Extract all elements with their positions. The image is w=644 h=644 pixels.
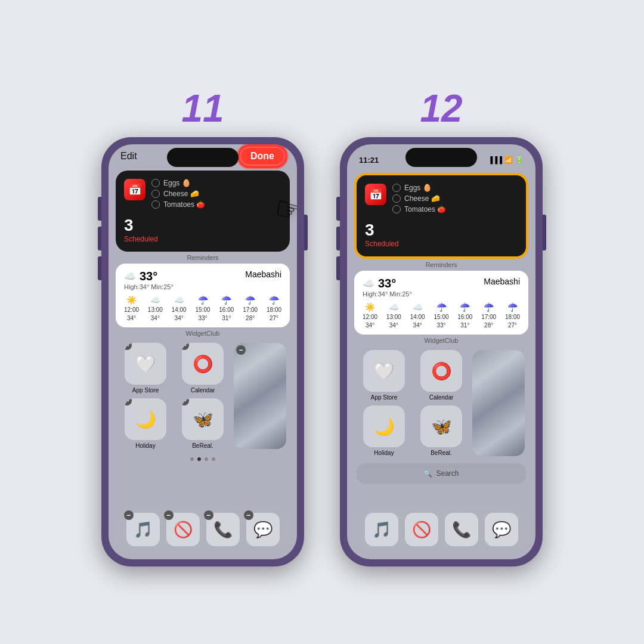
weather-hours-12: ☀️12:0034° ☁️13:0034° ☁️14:0034° ☂️15:00… — [363, 302, 520, 329]
minus-badge: − — [125, 343, 132, 350]
bereal-12[interactable]: 🦋 BeReal. — [415, 405, 467, 456]
weather-widget-12: ☁️ 33° High:34° Min:25° Maebashi ☀️12:00… — [354, 271, 528, 335]
bereal-label: BeReal. — [192, 442, 213, 449]
weather-temp-12: 33° — [378, 277, 396, 290]
phone-12-inner: 11:21 ▐▐▐ 📶 🔋 📅 — [347, 144, 535, 559]
weather-city-11: Maebashi — [245, 270, 281, 279]
dynamic-island-12 — [405, 148, 477, 167]
calendar-12[interactable]: ⭕ Calendar — [415, 350, 467, 401]
reminders-label-12: Reminders — [347, 261, 535, 268]
weather-detail-12: High:34° Min:25° — [363, 290, 412, 298]
app-store-label: App Store — [132, 387, 159, 394]
widgetclub-label-12: WidgetClub — [347, 337, 535, 344]
search-bar-12[interactable]: 🔍 Search — [357, 463, 526, 484]
dot — [190, 457, 194, 461]
dock-phone-11[interactable]: − 📞 — [206, 513, 240, 546]
reminder-item-cheese: Cheese 🧀 — [151, 190, 281, 198]
status-bar-12: 11:21 ▐▐▐ 📶 🔋 — [347, 144, 535, 171]
calendar-label-12: Calendar — [429, 394, 454, 401]
reminders-label-11: Reminders — [109, 254, 297, 261]
dock-messages-11[interactable]: − 💬 — [246, 513, 280, 546]
reminders-icon-12: 📅 — [365, 184, 386, 205]
app-store-label-12: App Store — [371, 394, 397, 401]
minus-badge: − — [244, 510, 253, 520]
dock-phone-12[interactable]: 📞 — [445, 513, 478, 546]
app-grid-12: 🤍 App Store ⭕ Calendar 🌙 Holiday 🦋 B — [347, 346, 535, 460]
done-button[interactable]: Done — [240, 147, 285, 166]
search-label-12: Search — [436, 469, 459, 478]
weather-temp-11: 33° — [140, 270, 157, 283]
phone-11-inner: Edit Done 📅 Eggs 🥚 — [109, 144, 297, 559]
reminder-item-tomatoes: Tomatoes 🍅 — [151, 200, 281, 209]
dock-12: 🎵 🚫 📞 💬 — [354, 506, 528, 553]
minus-badge: − — [164, 510, 174, 520]
reminder-item-eggs-12: Eggs 🥚 — [392, 184, 518, 192]
reminder-circle — [151, 200, 160, 209]
marble-widget-12 — [472, 350, 525, 456]
widgetclub-label-11: WidgetClub — [109, 330, 297, 337]
phone-11: Edit Done 📅 Eggs 🥚 — [101, 137, 304, 566]
reminders-scheduled-12: Scheduled — [365, 240, 518, 248]
signal-icon: ▐▐▐ — [488, 156, 502, 163]
reminders-count-12: 3 — [365, 221, 518, 240]
holiday-label-12: Holiday — [374, 450, 394, 456]
dock-music-12[interactable]: 🎵 — [365, 513, 398, 546]
reminder-circle — [392, 184, 401, 192]
weather-detail-11: High:34° Min:25° — [124, 283, 174, 290]
weather-city-12: Maebashi — [484, 277, 520, 286]
step-12: 12 11:21 ▐▐▐ 📶 🔋 📅 — [340, 89, 543, 566]
search-icon-12: 🔍 — [423, 469, 432, 478]
main-container: 11 Edit Done 📅 Eggs 🥚 — [101, 78, 543, 566]
dot — [205, 457, 208, 461]
dock-clock-12[interactable]: 🚫 — [405, 513, 438, 546]
reminder-item-tomatoes-12: Tomatoes 🍅 — [392, 205, 518, 213]
app-store-11[interactable]: − 🤍 App Store — [119, 343, 172, 394]
step-11: 11 Edit Done 📅 Eggs 🥚 — [101, 89, 304, 566]
minus-badge: − — [125, 398, 132, 405]
app-store-12[interactable]: 🤍 App Store — [358, 350, 410, 401]
dock-music-11[interactable]: − 🎵 — [126, 513, 160, 546]
marble-widget-11: − — [234, 343, 286, 449]
weather-hours-11: ☀️12:0034° ☁️13:0034° ☁️14:0034° ☂️15:00… — [124, 295, 281, 321]
reminders-list-12: Eggs 🥚 Cheese 🧀 Tomatoes 🍅 — [392, 184, 518, 216]
minus-badge: − — [124, 510, 134, 520]
holiday-11[interactable]: − 🌙 Holiday — [119, 398, 172, 449]
bereal-11[interactable]: − 🦋 BeReal. — [177, 398, 229, 449]
edit-bar-11: Edit Done — [109, 144, 297, 168]
reminder-circle — [392, 205, 401, 213]
status-icons-12: ▐▐▐ 📶 🔋 — [488, 156, 524, 164]
reminders-list: Eggs 🥚 Cheese 🧀 Tomatoes 🍅 — [151, 179, 281, 211]
reminders-scheduled: Scheduled — [124, 235, 281, 243]
reminders-widget-12: 📅 Eggs 🥚 Cheese 🧀 — [354, 173, 528, 259]
time-12: 11:21 — [359, 156, 379, 165]
minus-badge: − — [182, 343, 189, 350]
holiday-label: Holiday — [135, 442, 155, 449]
weather-widget-11: ☁️ 33° High:34° Min:25° Maebashi ☀️12:00… — [116, 264, 290, 327]
calendar-label: Calendar — [191, 387, 215, 394]
reminder-circle — [151, 179, 160, 187]
edit-label: Edit — [120, 151, 137, 162]
dock-clock-11[interactable]: − 🚫 — [166, 513, 200, 546]
holiday-12[interactable]: 🌙 Holiday — [358, 405, 410, 456]
minus-badge: − — [204, 510, 213, 520]
step-11-number: 11 — [181, 89, 224, 128]
reminder-item-cheese-12: Cheese 🧀 — [392, 194, 518, 203]
reminder-item-eggs: Eggs 🥚 — [151, 179, 281, 187]
dot — [212, 457, 215, 461]
dock-11: − 🎵 − 🚫 − 📞 − 💬 — [116, 506, 290, 553]
reminder-circle — [392, 194, 401, 203]
wifi-icon: 📶 — [504, 156, 513, 164]
reminders-count: 3 — [124, 216, 281, 235]
minus-badge: − — [182, 398, 189, 405]
calendar-11[interactable]: − ⭕ Calendar — [177, 343, 229, 394]
step-12-number: 12 — [420, 89, 462, 128]
phone-12: 11:21 ▐▐▐ 📶 🔋 📅 — [340, 137, 543, 566]
app-grid-11: − 🤍 App Store − ⭕ Calendar — [109, 339, 297, 453]
dock-messages-12[interactable]: 💬 — [485, 513, 518, 546]
reminders-widget-11: 📅 Eggs 🥚 Cheese 🧀 — [116, 171, 290, 252]
reminders-icon: 📅 — [124, 179, 145, 200]
reminder-circle — [151, 190, 160, 198]
page-dots-11 — [109, 457, 297, 461]
bereal-label-12: BeReal. — [431, 450, 452, 456]
dot-active — [197, 457, 201, 461]
